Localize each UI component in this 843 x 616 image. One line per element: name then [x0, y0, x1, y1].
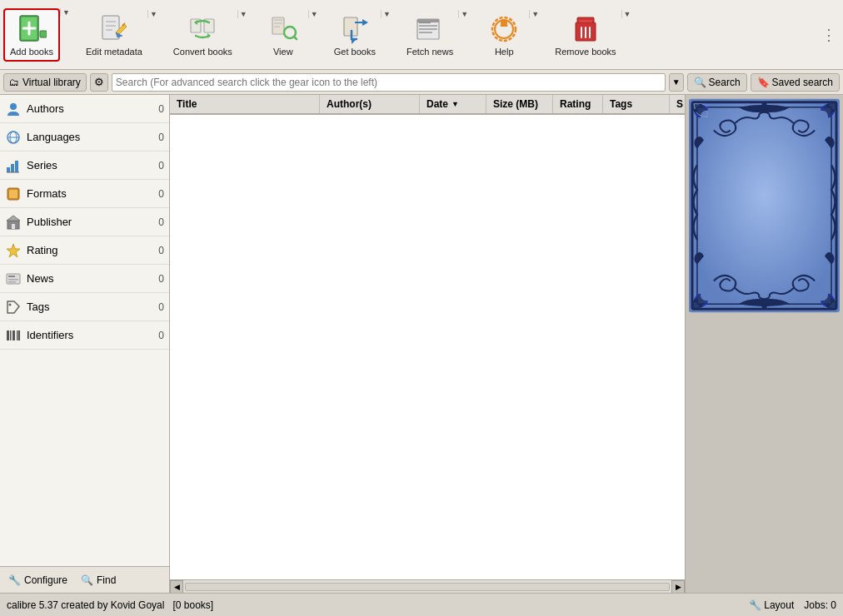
add-books-group[interactable]: Add books ▼: [3, 8, 72, 62]
identifiers-icon: [5, 327, 22, 344]
sidebar-item-identifiers[interactable]: Identifiers 0: [0, 321, 169, 350]
convert-books-icon: [187, 13, 218, 45]
sidebar-item-authors[interactable]: Authors 0: [0, 95, 169, 123]
status-right: 🔧 Layout Jobs: 0: [749, 599, 836, 611]
formats-label: Formats: [27, 187, 151, 200]
publisher-count: 0: [151, 216, 164, 228]
table-body: [170, 115, 685, 579]
horizontal-scrollbar[interactable]: ◀ ▶: [170, 579, 685, 593]
languages-icon: [5, 129, 22, 146]
search-dropdown-arrow[interactable]: ▼: [669, 73, 684, 92]
sidebar-item-languages[interactable]: Languages 0: [0, 123, 169, 152]
help-button[interactable]: Help: [479, 10, 529, 60]
help-icon: [488, 13, 520, 45]
svg-marker-53: [7, 216, 20, 221]
sidebar-list: Authors 0 Languages 0 Series 0: [0, 95, 169, 566]
col-header-title[interactable]: Title: [170, 95, 320, 113]
add-books-button[interactable]: Add books: [3, 8, 60, 62]
view-group[interactable]: View ▼: [258, 10, 320, 60]
svg-rect-46: [7, 167, 10, 172]
fetch-news-button[interactable]: Fetch news: [402, 10, 458, 60]
sidebar-item-news[interactable]: News 0: [0, 265, 169, 293]
toolbar: Add books ▼ Edit metadata ▼: [0, 0, 843, 70]
toolbar-more[interactable]: ⋮: [818, 26, 840, 44]
get-books-button[interactable]: Get books: [329, 10, 381, 60]
hscroll-left-arrow[interactable]: ◀: [170, 580, 183, 594]
table-header: Title Author(s) Date ▼ Size (MB) Rating …: [170, 95, 685, 115]
get-books-icon: [339, 13, 371, 45]
news-icon: [5, 271, 22, 287]
edit-metadata-dropdown[interactable]: ▼: [147, 10, 159, 18]
tags-count: 0: [151, 301, 164, 313]
view-icon: [267, 13, 299, 45]
help-label: Help: [495, 47, 514, 57]
hscroll-track[interactable]: [185, 583, 670, 591]
col-header-authors[interactable]: Author(s): [320, 95, 420, 113]
edit-metadata-group[interactable]: Edit metadata ▼: [81, 10, 159, 60]
app-info-text: calibre 5.37 created by Kovid Goyal: [7, 599, 164, 611]
svg-rect-57: [8, 276, 15, 277]
svg-point-75: [826, 304, 830, 307]
remove-books-button[interactable]: Remove books: [550, 10, 621, 60]
svg-rect-66: [689, 99, 840, 313]
get-books-label: Get books: [334, 47, 376, 57]
edit-metadata-button[interactable]: Edit metadata: [81, 10, 147, 60]
convert-books-label: Convert books: [173, 47, 232, 57]
help-dropdown[interactable]: ▼: [529, 10, 541, 18]
convert-books-group[interactable]: Convert books ▼: [168, 10, 249, 60]
col-header-date[interactable]: Date ▼: [420, 95, 486, 113]
convert-books-dropdown[interactable]: ▼: [237, 10, 249, 18]
col-header-size[interactable]: Size (MB): [486, 95, 553, 113]
remove-books-dropdown[interactable]: ▼: [621, 10, 633, 18]
configure-label: Configure: [24, 574, 67, 586]
sidebar-footer: 🔧 Configure 🔍 Find: [0, 566, 169, 593]
search-input[interactable]: [112, 73, 666, 92]
fetch-news-group[interactable]: Fetch news ▼: [402, 10, 470, 60]
get-books-dropdown[interactable]: ▼: [381, 10, 392, 18]
tags-icon: [5, 299, 22, 315]
col-header-rating[interactable]: Rating: [553, 95, 603, 113]
find-button[interactable]: 🔍 Find: [77, 573, 119, 588]
configure-button[interactable]: 🔧 Configure: [5, 573, 71, 588]
fetch-news-dropdown[interactable]: ▼: [458, 10, 470, 18]
series-count: 0: [151, 160, 164, 171]
searchbar: 🗂 Virtual library ⚙ ▼ 🔍 Search 🔖 Saved s…: [0, 70, 843, 95]
search-icon: 🔍: [694, 77, 706, 88]
get-books-group[interactable]: Get books ▼: [329, 10, 392, 60]
layout-label: Layout: [764, 599, 794, 611]
search-button[interactable]: 🔍 Search: [687, 73, 747, 92]
svg-rect-16: [274, 22, 282, 24]
svg-rect-26: [419, 25, 437, 27]
hscroll-right-arrow[interactable]: ▶: [671, 580, 685, 594]
statusbar: calibre 5.37 created by Kovid Goyal [0 b…: [0, 593, 843, 616]
virtual-library-label: Virtual library: [22, 77, 81, 88]
col-header-tags[interactable]: Tags: [603, 95, 670, 113]
svg-rect-29: [417, 19, 439, 22]
svg-point-77: [762, 102, 767, 107]
view-dropdown[interactable]: ▼: [308, 10, 320, 18]
convert-books-button[interactable]: Convert books: [168, 10, 237, 60]
sidebar-item-series[interactable]: Series 0: [0, 152, 169, 180]
view-button[interactable]: View: [258, 10, 308, 60]
virtual-library-icon: 🗂: [9, 77, 19, 88]
add-books-dropdown[interactable]: ▼: [60, 8, 72, 17]
sidebar-item-tags[interactable]: Tags 0: [0, 293, 169, 321]
saved-search-button[interactable]: 🔖 Saved search: [751, 73, 840, 92]
news-count: 0: [151, 273, 164, 285]
sidebar-item-publisher[interactable]: Publisher 0: [0, 208, 169, 236]
identifiers-label: Identifiers: [27, 329, 151, 341]
rating-count: 0: [151, 245, 164, 256]
sidebar-item-rating[interactable]: Rating 0: [0, 236, 169, 265]
virtual-library-button[interactable]: 🗂 Virtual library: [3, 73, 87, 92]
svg-rect-64: [17, 330, 18, 340]
col-header-s[interactable]: S: [670, 95, 685, 113]
help-group[interactable]: Help ▼: [479, 10, 541, 60]
authors-count: 0: [151, 103, 164, 115]
jobs-label: Jobs: 0: [804, 599, 836, 611]
search-gear-button[interactable]: ⚙: [90, 73, 108, 92]
remove-books-group[interactable]: Remove books ▼: [550, 10, 632, 60]
svg-rect-51: [9, 190, 17, 198]
layout-button[interactable]: 🔧 Layout: [749, 599, 794, 611]
sidebar-item-formats[interactable]: Formats 0: [0, 180, 169, 208]
find-label: Find: [97, 574, 116, 586]
